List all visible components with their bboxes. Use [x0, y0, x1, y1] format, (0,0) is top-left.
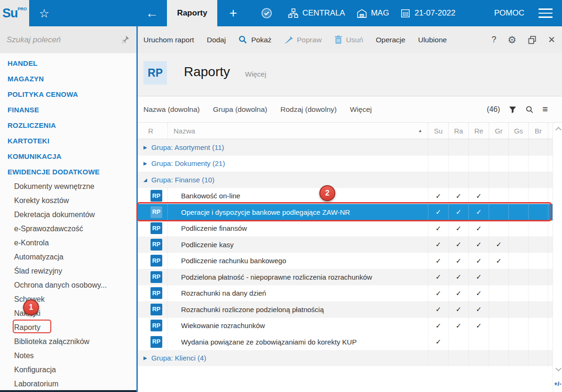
expand-collapse-hint[interactable]: +/-: [554, 380, 562, 387]
record-count: (46): [487, 105, 500, 114]
favorites-menu[interactable]: Ulubione: [418, 36, 447, 44]
tab-raporty[interactable]: Raporty: [167, 0, 217, 26]
table-row-report[interactable]: RPOperacje i dyspozycje bankowe podlegaj…: [138, 204, 553, 220]
sidebar-item-dokumenty-wewn-trzne[interactable]: Dokumenty wewnętrzne: [0, 180, 136, 194]
table-row-report[interactable]: RPPodliczenie finansów✓✓✓: [138, 220, 553, 237]
sidebar-item-dekretacja-dokument-w[interactable]: Dekretacja dokumentów: [0, 208, 136, 222]
table-row-report[interactable]: RPWiekowanie rozrachunków✓✓✓: [138, 318, 553, 334]
restore-window-icon[interactable]: [528, 35, 537, 44]
show-button[interactable]: Pokaż: [238, 35, 271, 44]
table-row-report[interactable]: RPPodliczenie rachunku bankowego✓✓✓✓: [138, 253, 553, 269]
org-chart-icon: [288, 8, 299, 19]
add-button[interactable]: Dodaj: [207, 36, 226, 44]
check-cell-ra: ✓: [449, 269, 469, 285]
column-header-gr[interactable]: Gr: [489, 123, 509, 139]
column-header-nazwa[interactable]: Nazwa ▲: [168, 123, 428, 139]
sidebar-category-komunikacja[interactable]: KOMUNIKACJA: [0, 149, 136, 164]
date-selector[interactable]: 21-07-2022: [400, 0, 455, 26]
check-cell-gr: [489, 139, 509, 156]
sidebar-item-laboratorium[interactable]: Laboratorium: [0, 377, 136, 391]
table-row-report[interactable]: RPPodliczenie kasy✓✓✓✓: [138, 236, 553, 253]
scroll-up-icon[interactable]: [555, 126, 562, 131]
scroll-down-icon[interactable]: [555, 367, 562, 372]
column-header-re[interactable]: Re: [469, 123, 489, 139]
table-row-report[interactable]: RPRozrachunki rozliczone podzieloną płat…: [138, 301, 553, 318]
check-cell-gs: [509, 334, 529, 350]
sidebar-category-polityka-cenowa[interactable]: POLITYKA CENOWA: [0, 86, 136, 102]
sidebar-category-ewidencje-dodatkowe[interactable]: EWIDENCJE DODATKOWE: [0, 164, 136, 180]
sidebar-category-rozliczenia[interactable]: ROZLICZENIA: [0, 118, 136, 133]
filter-group[interactable]: Grupa (dowolna): [213, 105, 267, 114]
sidebar-item-ochrona-danych-osobowy-[interactable]: Ochrona danych osobowy...: [0, 278, 136, 292]
column-header-ra[interactable]: Ra: [449, 123, 469, 139]
table-scrollbar[interactable]: +/-: [553, 123, 562, 392]
sidebar-item-raporty[interactable]: Raporty: [0, 321, 136, 335]
back-arrow-icon: ←: [146, 6, 158, 21]
column-header-su[interactable]: Su: [428, 123, 449, 139]
table-row-report[interactable]: RPPodzielona płatność - niepoprawne rozl…: [138, 269, 553, 285]
table-row-group[interactable]: ▶Grupa: Asortyment (11): [138, 139, 553, 156]
check-cell-re: ✓: [469, 253, 489, 269]
session-status-button[interactable]: [257, 0, 277, 26]
check-cell-re: [469, 156, 489, 172]
check-cell-re: [469, 350, 489, 367]
table-row-group[interactable]: ▶Grupa: Dokumenty (21): [138, 156, 553, 172]
header-more-link[interactable]: Więcej: [245, 70, 266, 78]
help-button[interactable]: ?: [491, 35, 496, 45]
table-row-group[interactable]: ▶Grupa: Klienci (4): [138, 350, 553, 367]
search-icon: [238, 35, 247, 44]
sidebar-item-korekty-koszt-w[interactable]: Korekty kosztów: [0, 194, 136, 208]
filter-kind[interactable]: Rodzaj (dowolny): [280, 105, 337, 114]
column-header-r[interactable]: R: [138, 123, 168, 139]
sidebar-category-kartoteki[interactable]: KARTOTEKI: [0, 133, 136, 149]
favorites-star-button[interactable]: ☆: [29, 0, 59, 26]
sidebar-item--lad-rewizyjny[interactable]: Ślad rewizyjny: [0, 264, 136, 278]
command-search[interactable]: Szukaj poleceń: [0, 26, 136, 53]
search-filter-icon[interactable]: [525, 105, 534, 114]
funnel-icon[interactable]: [508, 105, 517, 114]
group-expanded-icon[interactable]: ◢: [143, 177, 147, 182]
table-row-report[interactable]: RPBankowość on-line✓✓✓: [138, 188, 553, 204]
gear-icon[interactable]: ⚙: [507, 35, 516, 45]
list-menu-icon[interactable]: ≡: [542, 104, 548, 115]
sidebar-item-schowek[interactable]: Schowek: [0, 292, 136, 306]
table-row-report[interactable]: RPRozrachunki na dany dzień✓✓✓: [138, 285, 553, 302]
pin-icon[interactable]: [121, 35, 130, 44]
run-report-button[interactable]: Uruchom raport: [143, 36, 194, 44]
sidebar-category-handel[interactable]: HANDEL: [0, 55, 136, 71]
sidebar-item-biblioteka-za-cznik-w[interactable]: Biblioteka załączników: [0, 335, 136, 349]
sidebar-item-naklejki[interactable]: Naklejki: [0, 306, 136, 321]
sidebar-category-magazyn[interactable]: MAGAZYN: [0, 71, 136, 86]
branch-selector[interactable]: CENTRALA: [288, 0, 345, 26]
check-cell-br: [529, 220, 548, 237]
sidebar-category-finanse[interactable]: FINANSE: [0, 102, 136, 118]
new-tab-button[interactable]: +: [217, 0, 249, 26]
sidebar-item-konfiguracja[interactable]: Konfiguracja: [0, 363, 136, 377]
filter-name[interactable]: Nazwa (dowolna): [143, 105, 200, 114]
close-icon[interactable]: ✕: [548, 34, 555, 45]
warehouse-selector[interactable]: MAG: [356, 0, 389, 26]
group-collapsed-icon[interactable]: ▶: [143, 145, 147, 150]
report-type-cell: RP: [138, 318, 168, 334]
main-menu-button[interactable]: [538, 0, 553, 26]
group-collapsed-icon[interactable]: ▶: [143, 161, 147, 166]
column-header-gs[interactable]: Gs: [509, 123, 529, 139]
sidebar-item-e-kontrola[interactable]: e-Kontrola: [0, 236, 136, 250]
delete-button[interactable]: Usuń: [334, 35, 363, 44]
back-button[interactable]: ←: [137, 0, 167, 26]
app-logo[interactable]: SuPRO: [0, 0, 29, 26]
sidebar-item-notes[interactable]: Notes: [0, 349, 136, 363]
column-header-br[interactable]: Br: [529, 123, 548, 139]
filter-more[interactable]: Więcej: [350, 105, 372, 114]
operations-menu[interactable]: Operacje: [376, 36, 405, 44]
checkmark-circle-icon: [261, 8, 272, 19]
search-placeholder: Szukaj poleceń: [7, 35, 121, 45]
sidebar-item-e-sprawozdawczo-[interactable]: e-Sprawozdawczość: [0, 222, 136, 236]
help-menu[interactable]: POMOC: [494, 0, 524, 26]
sidebar-item-automatyzacja[interactable]: Automatyzacja: [0, 250, 136, 264]
table-row-report[interactable]: RPWydania powiązane ze zobowiązaniami do…: [138, 334, 553, 350]
table-row-group[interactable]: ◢Grupa: Finanse (10): [138, 172, 553, 188]
edit-button[interactable]: Popraw: [284, 35, 322, 44]
group-collapsed-icon[interactable]: ▶: [143, 355, 147, 361]
warehouse-icon: [356, 8, 367, 19]
